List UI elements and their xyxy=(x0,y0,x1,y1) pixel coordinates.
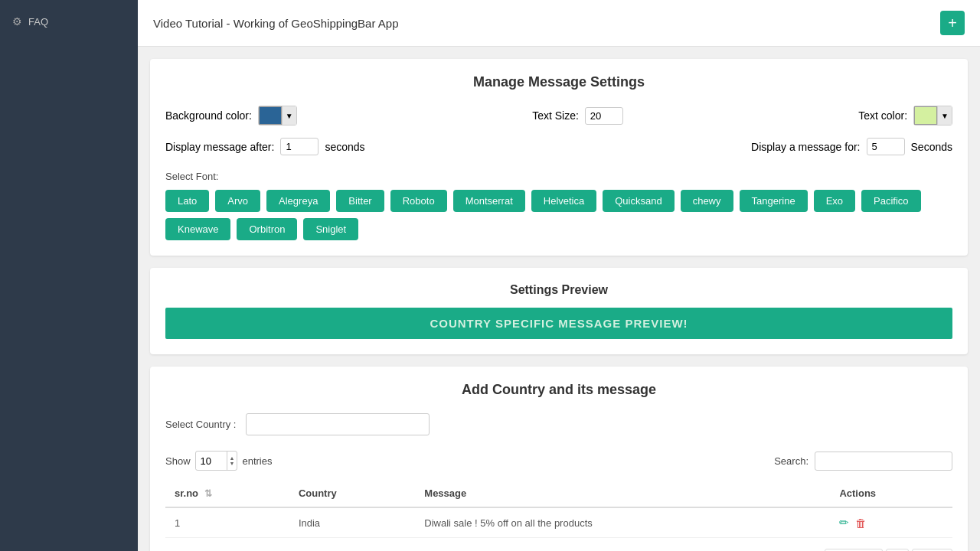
add-country-card: Add Country and its message Select Count… xyxy=(150,367,968,551)
preview-bar: COUNTRY SPECIFIC MESSAGE PREVIEW! xyxy=(165,308,952,339)
select-country-row: Select Country : xyxy=(165,413,952,435)
bg-color-swatch xyxy=(259,106,282,125)
sidebar: ⚙ FAQ xyxy=(0,0,138,551)
search-label: Search: xyxy=(774,455,808,467)
select-country-label: Select Country : xyxy=(165,419,237,430)
cell-country: India xyxy=(289,507,415,538)
gear-icon: ⚙ xyxy=(12,15,22,28)
font-label: Select Font: xyxy=(165,171,952,182)
font-btn-roboto[interactable]: Roboto xyxy=(390,190,447,212)
font-btn-montserrat[interactable]: Montserrat xyxy=(453,190,525,212)
sort-icon-srno[interactable]: ⇅ xyxy=(204,488,212,499)
text-color-arrow[interactable]: ▼ xyxy=(937,106,952,125)
entries-select[interactable]: ▲ ▼ xyxy=(195,451,238,471)
arrow-down[interactable]: ▼ xyxy=(227,461,237,466)
font-section: Select Font: LatoArvoAlegreyaBitterRobot… xyxy=(165,171,952,240)
font-btn-quicksand[interactable]: Quicksand xyxy=(603,190,674,212)
font-buttons: LatoArvoAlegreyaBitterRobotoMontserratHe… xyxy=(165,190,952,240)
show-entries-group: Show ▲ ▼ entries xyxy=(165,451,273,471)
data-table: sr.no ⇅ Country Message Actions 1 Ind xyxy=(165,480,952,538)
add-button[interactable]: + xyxy=(940,11,965,35)
entries-arrows[interactable]: ▲ ▼ xyxy=(227,452,237,470)
font-btn-pacifico[interactable]: Pacifico xyxy=(861,190,921,212)
settings-middle-row: Display message after: seconds Display a… xyxy=(165,138,952,155)
display-after-group: Display message after: seconds xyxy=(165,138,365,155)
font-btn-arvo[interactable]: Arvo xyxy=(215,190,260,212)
cell-message: Diwali sale ! 5% off on all the products xyxy=(415,507,830,538)
text-color-label: Text color: xyxy=(858,109,907,122)
col-message: Message xyxy=(415,480,830,507)
message-settings-card: Manage Message Settings Background color… xyxy=(150,59,968,256)
text-size-input[interactable] xyxy=(585,107,623,125)
bg-color-group: Background color: ▼ xyxy=(165,106,297,126)
font-btn-bitter[interactable]: Bitter xyxy=(336,190,384,212)
table-header-row: sr.no ⇅ Country Message Actions xyxy=(165,480,952,507)
sidebar-item-faq[interactable]: ⚙ FAQ xyxy=(0,8,138,35)
col-country: Country xyxy=(289,480,415,507)
display-for-label: Display a message for: xyxy=(751,141,860,153)
message-settings-title: Manage Message Settings xyxy=(165,74,952,90)
search-row: Search: xyxy=(774,452,952,471)
entries-input[interactable] xyxy=(196,453,227,469)
text-color-group: Text color: ▼ xyxy=(858,106,952,126)
table-controls: Show ▲ ▼ entries Search: xyxy=(165,451,952,471)
text-color-dropdown[interactable]: ▼ xyxy=(913,106,952,126)
bg-color-arrow[interactable]: ▼ xyxy=(282,106,296,125)
page-title: Video Tutorial - Working of GeoShippingB… xyxy=(153,17,398,30)
display-after-unit: seconds xyxy=(325,141,364,153)
bg-color-label: Background color: xyxy=(165,109,252,122)
font-btn-lato[interactable]: Lato xyxy=(165,190,209,212)
display-for-unit: Seconds xyxy=(911,141,952,153)
main-content: Video Tutorial - Working of GeoShippingB… xyxy=(138,0,980,551)
bg-color-dropdown[interactable]: ▼ xyxy=(258,106,297,126)
entries-label: entries xyxy=(242,455,272,467)
preview-bar-text: COUNTRY SPECIFIC MESSAGE PREVIEW! xyxy=(430,317,688,330)
font-btn-orbitron[interactable]: Orbitron xyxy=(237,218,297,240)
font-btn-chewy[interactable]: chewy xyxy=(681,190,733,212)
display-for-group: Display a message for: Seconds xyxy=(751,138,952,155)
font-btn-knewave[interactable]: Knewave xyxy=(165,218,230,240)
country-select-input[interactable] xyxy=(246,413,430,435)
sidebar-faq-label: FAQ xyxy=(28,16,48,28)
col-sr-no: sr.no ⇅ xyxy=(165,480,289,507)
display-after-input[interactable] xyxy=(280,138,318,155)
col-actions: Actions xyxy=(830,480,952,507)
text-size-label: Text Size: xyxy=(532,109,579,122)
font-btn-sniglet[interactable]: Sniglet xyxy=(303,218,358,240)
edit-icon[interactable]: ✏ xyxy=(839,516,849,530)
font-btn-tangerine[interactable]: Tangerine xyxy=(740,190,808,212)
settings-top-row: Background color: ▼ Text Size: Text colo… xyxy=(165,106,952,126)
cell-sr-no: 1 xyxy=(165,507,289,538)
delete-icon[interactable]: 🗑 xyxy=(855,517,867,530)
table-row: 1 India Diwali sale ! 5% off on all the … xyxy=(165,507,952,538)
cell-actions: ✏ 🗑 xyxy=(830,507,952,538)
font-btn-alegreya[interactable]: Alegreya xyxy=(266,190,330,212)
arrow-up[interactable]: ▲ xyxy=(227,455,237,461)
search-input[interactable] xyxy=(815,452,952,471)
header-bar: Video Tutorial - Working of GeoShippingB… xyxy=(138,0,980,47)
font-btn-helvetica[interactable]: Helvetica xyxy=(531,190,596,212)
text-color-swatch xyxy=(914,106,937,125)
font-btn-exo[interactable]: Exo xyxy=(814,190,855,212)
settings-preview-card: Settings Preview COUNTRY SPECIFIC MESSAG… xyxy=(150,268,968,354)
display-after-label: Display message after: xyxy=(165,141,274,153)
text-size-group: Text Size: xyxy=(532,107,623,125)
preview-title: Settings Preview xyxy=(165,283,952,297)
add-country-title: Add Country and its message xyxy=(165,382,952,398)
display-for-input[interactable] xyxy=(867,138,905,155)
show-label: Show xyxy=(165,455,191,467)
